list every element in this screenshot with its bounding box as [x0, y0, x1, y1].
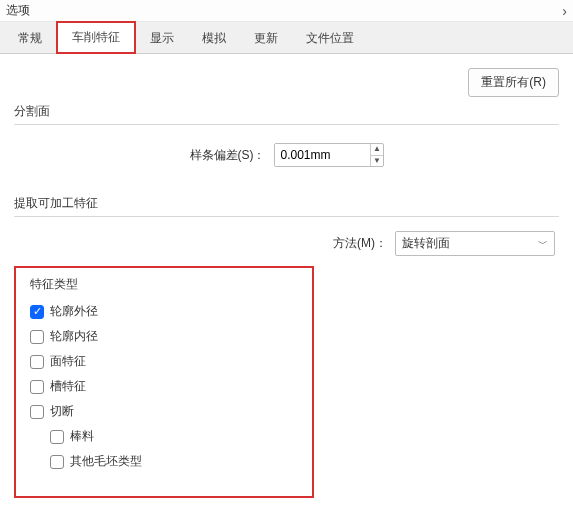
- tab-simulation[interactable]: 模拟: [188, 24, 240, 53]
- feature-type-title: 特征类型: [30, 276, 298, 293]
- title-bar: 选项 ›: [0, 0, 573, 22]
- checkbox-label: 轮廓内径: [50, 328, 98, 345]
- checkbox-label: 轮廓外径: [50, 303, 98, 320]
- section-extract-features: 提取可加工特征 方法(M)： 旋转剖面 ﹀ 特征类型 ✓ 轮廓外径 轮廓内径 面…: [14, 195, 559, 498]
- checkbox-row-inner-profile[interactable]: 轮廓内径: [30, 328, 298, 345]
- method-select[interactable]: 旋转剖面 ﹀: [395, 231, 555, 256]
- checkbox-label: 面特征: [50, 353, 86, 370]
- checkbox-row-cutoff[interactable]: 切断: [30, 403, 298, 420]
- divider: [14, 124, 559, 125]
- tab-bar: 常规 车削特征 显示 模拟 更新 文件位置: [0, 22, 573, 54]
- divider: [14, 216, 559, 217]
- chevron-down-icon: ﹀: [538, 237, 548, 251]
- tab-label: 文件位置: [306, 31, 354, 45]
- spinner: ▲ ▼: [370, 144, 382, 166]
- checkbox-icon[interactable]: [30, 405, 44, 419]
- tab-general[interactable]: 常规: [4, 24, 56, 53]
- checkbox-row-bar-stock[interactable]: 棒料: [50, 428, 298, 445]
- content-area: 重置所有(R) 分割面 样条偏差(S)： ▲ ▼ 提取可加工特征 方法(M)： …: [0, 54, 573, 498]
- section-split-plane: 分割面 样条偏差(S)： ▲ ▼: [14, 103, 559, 167]
- checkbox-row-face-feature[interactable]: 面特征: [30, 353, 298, 370]
- tab-label: 显示: [150, 31, 174, 45]
- tab-label: 常规: [18, 31, 42, 45]
- spline-deviation-field[interactable]: [275, 144, 371, 166]
- section-title: 分割面: [14, 103, 559, 120]
- checkbox-icon[interactable]: [50, 430, 64, 444]
- reset-all-button[interactable]: 重置所有(R): [468, 68, 559, 97]
- spline-label: 样条偏差(S)：: [190, 147, 266, 164]
- method-label: 方法(M)：: [333, 235, 387, 252]
- feature-type-group: 特征类型 ✓ 轮廓外径 轮廓内径 面特征 槽特征 切断: [14, 266, 314, 498]
- checkbox-icon[interactable]: [50, 455, 64, 469]
- tab-turning-feature[interactable]: 车削特征: [56, 21, 136, 54]
- checkbox-label: 切断: [50, 403, 74, 420]
- checkbox-label: 其他毛坯类型: [70, 453, 142, 470]
- tab-label: 车削特征: [72, 30, 120, 44]
- chevron-right-icon[interactable]: ›: [562, 3, 567, 19]
- method-row: 方法(M)： 旋转剖面 ﹀: [14, 231, 559, 256]
- tab-display[interactable]: 显示: [136, 24, 188, 53]
- checkbox-label: 槽特征: [50, 378, 86, 395]
- checkbox-row-groove-feature[interactable]: 槽特征: [30, 378, 298, 395]
- window-title: 选项: [6, 2, 562, 19]
- checkbox-icon[interactable]: [30, 355, 44, 369]
- method-select-value: 旋转剖面: [402, 235, 450, 252]
- checkbox-icon[interactable]: [30, 380, 44, 394]
- tab-update[interactable]: 更新: [240, 24, 292, 53]
- tab-file-location[interactable]: 文件位置: [292, 24, 368, 53]
- spline-row: 样条偏差(S)： ▲ ▼: [14, 143, 559, 167]
- button-label: 重置所有(R): [481, 75, 546, 89]
- spline-deviation-input[interactable]: ▲ ▼: [274, 143, 384, 167]
- spin-down-icon[interactable]: ▼: [371, 156, 382, 167]
- tab-label: 模拟: [202, 31, 226, 45]
- reset-row: 重置所有(R): [14, 68, 559, 97]
- spin-up-icon[interactable]: ▲: [371, 144, 382, 156]
- checkbox-icon[interactable]: [30, 330, 44, 344]
- section-title: 提取可加工特征: [14, 195, 559, 212]
- checkbox-label: 棒料: [70, 428, 94, 445]
- tab-label: 更新: [254, 31, 278, 45]
- checkbox-icon[interactable]: ✓: [30, 305, 44, 319]
- checkbox-row-other-blank[interactable]: 其他毛坯类型: [50, 453, 298, 470]
- checkbox-row-outer-profile[interactable]: ✓ 轮廓外径: [30, 303, 298, 320]
